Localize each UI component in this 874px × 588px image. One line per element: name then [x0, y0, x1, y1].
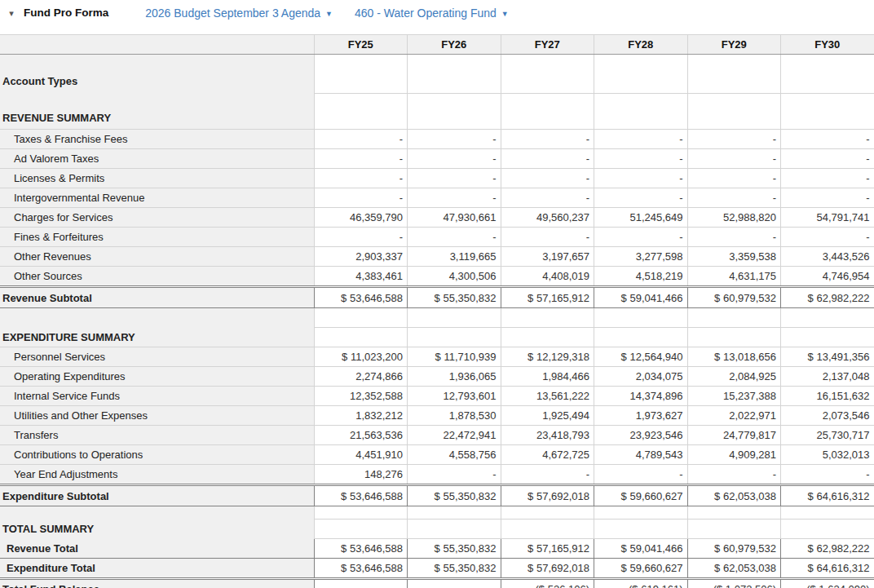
- value-cell-FY27: -: [501, 169, 594, 188]
- value-cell-FY27: ($ 526,106): [501, 579, 594, 588]
- budget-dropdown[interactable]: 2026 Budget September 3 Agenda▼: [145, 7, 333, 21]
- budget-dropdown-label: 2026 Budget September 3 Agenda: [145, 7, 320, 20]
- value-cell-FY26: $ 55,350,832: [408, 559, 501, 579]
- row-label: Ad Valorem Taxes: [0, 149, 314, 169]
- value-cell-FY26: [408, 328, 501, 347]
- value-cell-FY26: $ 55,350,832: [408, 485, 501, 506]
- value-cell-FY25: 2,274,866: [314, 367, 408, 387]
- value-cell-FY27: [501, 328, 594, 347]
- value-cell-FY26: 1,936,065: [408, 367, 501, 387]
- value-cell-FY28: 4,518,219: [594, 267, 688, 287]
- proforma-table: FY25FY26FY27FY28FY29FY30 Account TypesRE…: [0, 34, 874, 588]
- table-row: Ad Valorem Taxes------: [0, 149, 874, 169]
- row-label: Other Sources: [0, 267, 314, 287]
- value-cell-FY25: -: [314, 149, 408, 169]
- value-cell-FY25: [314, 328, 408, 347]
- value-cell-FY30: 3,443,526: [781, 247, 874, 267]
- row-label: Personnel Services: [0, 347, 314, 367]
- value-cell-FY26: $ 55,350,832: [408, 287, 501, 308]
- column-header-FY25: FY25: [314, 35, 408, 55]
- row-label: Account Types: [0, 55, 314, 94]
- value-cell-FY26: 4,300,506: [408, 267, 501, 287]
- chevron-down-icon: ▼: [325, 10, 333, 18]
- value-cell-FY28: -: [594, 130, 688, 149]
- value-cell-FY30: -: [781, 149, 874, 169]
- row-label: Revenue Subtotal: [0, 287, 314, 308]
- value-cell-FY29: -: [687, 228, 781, 247]
- value-cell-FY28: 4,789,543: [594, 445, 688, 465]
- value-cell-FY29: 3,359,538: [687, 247, 781, 267]
- value-cell-FY28: [594, 93, 688, 130]
- value-cell-FY30: [781, 506, 874, 519]
- value-cell-FY26: -: [408, 169, 501, 188]
- value-cell-FY30: [781, 308, 874, 328]
- table-row: TOTAL SUMMARY: [0, 519, 874, 539]
- row-label: Taxes & Franchise Fees: [0, 130, 314, 149]
- value-cell-FY27: 4,672,725: [501, 445, 594, 465]
- table-row: Charges for Services46,359,79047,930,661…: [0, 208, 874, 228]
- value-cell-FY27: 3,197,657: [501, 247, 594, 267]
- row-label: [0, 506, 314, 519]
- collapse-caret-icon[interactable]: ▾: [2, 7, 20, 20]
- table-row: REVENUE SUMMARY: [0, 93, 874, 130]
- row-label: Intergovernmental Revenue: [0, 188, 314, 208]
- value-cell-FY26: -: [408, 130, 501, 149]
- value-cell-FY28: [594, 55, 688, 94]
- value-cell-FY28: $ 59,041,466: [594, 287, 688, 308]
- value-cell-FY25: -: [314, 169, 408, 188]
- value-cell-FY27: 23,418,793: [501, 426, 594, 445]
- value-cell-FY28: [594, 506, 688, 519]
- page-title: Fund Pro Forma: [24, 7, 108, 20]
- value-cell-FY28: [594, 308, 688, 328]
- value-cell-FY28: 51,245,649: [594, 208, 688, 228]
- value-cell-FY29: -: [687, 188, 781, 208]
- value-cell-FY29: [687, 55, 781, 94]
- row-label: REVENUE SUMMARY: [0, 93, 314, 130]
- table-row: [0, 506, 874, 519]
- value-cell-FY30: $ 62,982,222: [781, 287, 874, 308]
- row-label: Fines & Forfeitures: [0, 228, 314, 247]
- value-cell-FY27: -: [501, 188, 594, 208]
- value-cell-FY26: -: [408, 149, 501, 169]
- table-row: Utilities and Other Expenses1,832,2121,8…: [0, 406, 874, 426]
- value-cell-FY29: [687, 519, 781, 539]
- value-cell-FY28: [594, 328, 688, 347]
- value-cell-FY29: 15,237,388: [687, 387, 781, 406]
- value-cell-FY25: 12,352,588: [314, 387, 408, 406]
- value-cell-FY27: $ 57,692,018: [501, 485, 594, 506]
- value-cell-FY25: 4,451,910: [314, 445, 408, 465]
- value-cell-FY30: 4,746,954: [781, 267, 874, 287]
- value-cell-FY26: [408, 308, 501, 328]
- value-cell-FY25: [314, 308, 408, 328]
- value-cell-FY26: 3,119,665: [408, 247, 501, 267]
- table-row: Contributions to Operations4,451,9104,55…: [0, 445, 874, 465]
- value-cell-FY29: [687, 506, 781, 519]
- column-header-FY28: FY28: [594, 35, 688, 55]
- value-cell-FY28: 1,973,627: [594, 406, 688, 426]
- table-row: Licenses & Permits------: [0, 169, 874, 188]
- value-cell-FY28: 3,277,598: [594, 247, 688, 267]
- value-cell-FY27: [501, 93, 594, 130]
- row-label: Operating Expenditures: [0, 367, 314, 387]
- table-row: Year End Adjustments148,276-----: [0, 465, 874, 485]
- value-cell-FY30: $ 64,616,312: [781, 485, 874, 506]
- value-cell-FY29: ($ 1,073,506): [687, 579, 781, 588]
- value-cell-FY26: 1,878,530: [408, 406, 501, 426]
- row-label-column-header: [0, 35, 314, 55]
- fund-dropdown-label: 460 - Water Operating Fund: [355, 7, 497, 20]
- value-cell-FY29: 4,631,175: [687, 267, 781, 287]
- value-cell-FY30: -: [781, 188, 874, 208]
- table-row: Other Sources4,383,4614,300,5064,408,019…: [0, 267, 874, 287]
- value-cell-FY25: -: [314, 188, 408, 208]
- value-cell-FY26: 12,793,601: [408, 387, 501, 406]
- value-cell-FY30: -: [781, 130, 874, 149]
- value-cell-FY28: $ 12,564,940: [594, 347, 688, 367]
- fund-dropdown[interactable]: 460 - Water Operating Fund▼: [355, 7, 509, 21]
- value-cell-FY26: -: [408, 579, 501, 588]
- value-cell-FY29: [687, 328, 781, 347]
- value-cell-FY30: 16,151,632: [781, 387, 874, 406]
- value-cell-FY29: -: [687, 169, 781, 188]
- value-cell-FY28: -: [594, 465, 688, 485]
- row-label: Revenue Total: [0, 539, 314, 559]
- value-cell-FY26: [408, 93, 501, 130]
